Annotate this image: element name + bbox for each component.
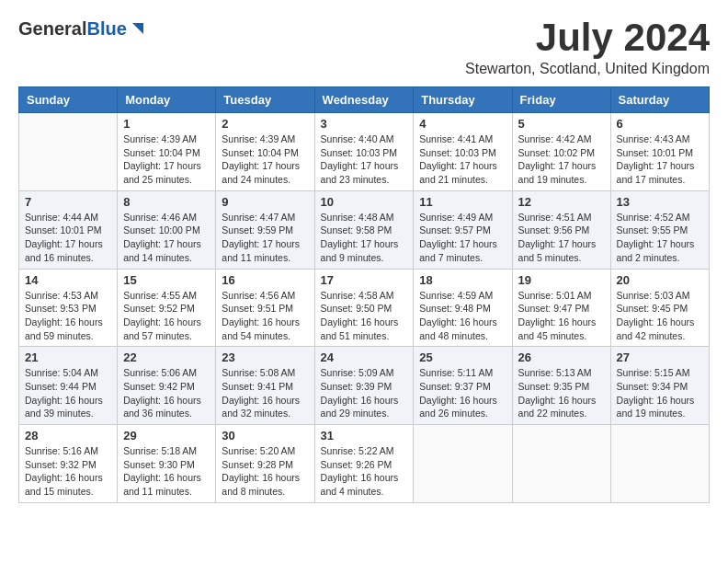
day-number: 6: [617, 117, 703, 131]
location-text: Stewarton, Scotland, United Kingdom: [465, 61, 710, 77]
calendar-cell: 19Sunrise: 5:01 AMSunset: 9:47 PMDayligh…: [512, 269, 610, 347]
logo: General Blue: [18, 18, 143, 40]
calendar-cell: 1Sunrise: 4:39 AMSunset: 10:04 PMDayligh…: [118, 113, 216, 191]
day-number: 30: [222, 429, 308, 442]
day-info: Sunrise: 5:01 AMSunset: 9:47 PMDaylight:…: [518, 289, 605, 343]
day-info: Sunrise: 5:11 AMSunset: 9:37 PMDaylight:…: [419, 366, 506, 420]
calendar-cell: 26Sunrise: 5:13 AMSunset: 9:35 PMDayligh…: [512, 347, 610, 425]
weekday-header: Saturday: [610, 87, 709, 113]
day-info: Sunrise: 5:16 AMSunset: 9:32 PMDaylight:…: [25, 444, 111, 499]
day-info: Sunrise: 4:40 AMSunset: 10:03 PMDaylight…: [321, 132, 408, 187]
calendar-cell: 9Sunrise: 4:47 AMSunset: 9:59 PMDaylight…: [216, 190, 314, 269]
calendar-cell: 18Sunrise: 4:59 AMSunset: 9:48 PMDayligh…: [414, 269, 512, 347]
day-info: Sunrise: 4:49 AMSunset: 9:57 PMDaylight:…: [419, 211, 506, 265]
calendar-cell: 13Sunrise: 4:52 AMSunset: 9:55 PMDayligh…: [610, 190, 709, 269]
day-info: Sunrise: 5:03 AMSunset: 9:45 PMDaylight:…: [617, 289, 703, 343]
day-info: Sunrise: 4:41 AMSunset: 10:03 PMDaylight…: [419, 132, 506, 187]
month-title: July 2024: [465, 18, 710, 57]
calendar-cell: 16Sunrise: 4:56 AMSunset: 9:51 PMDayligh…: [216, 269, 314, 347]
day-info: Sunrise: 5:09 AMSunset: 9:39 PMDaylight:…: [321, 366, 408, 420]
day-info: Sunrise: 4:48 AMSunset: 9:58 PMDaylight:…: [321, 211, 408, 265]
day-number: 10: [321, 195, 408, 209]
logo-icon: [127, 21, 143, 38]
day-number: 4: [419, 117, 506, 131]
day-info: Sunrise: 5:20 AMSunset: 9:28 PMDaylight:…: [222, 444, 308, 499]
day-info: Sunrise: 4:53 AMSunset: 9:53 PMDaylight:…: [25, 289, 111, 343]
calendar-cell: [610, 425, 709, 503]
day-number: 19: [518, 273, 605, 287]
calendar-cell: [512, 425, 610, 503]
calendar-cell: 12Sunrise: 4:51 AMSunset: 9:56 PMDayligh…: [512, 190, 610, 269]
calendar-cell: 28Sunrise: 5:16 AMSunset: 9:32 PMDayligh…: [19, 425, 118, 503]
day-number: 28: [25, 429, 111, 442]
calendar-cell: 31Sunrise: 5:22 AMSunset: 9:26 PMDayligh…: [314, 425, 414, 503]
day-number: 23: [222, 350, 308, 364]
calendar-cell: 23Sunrise: 5:08 AMSunset: 9:41 PMDayligh…: [216, 347, 314, 425]
calendar-cell: [19, 113, 118, 191]
day-info: Sunrise: 4:42 AMSunset: 10:02 PMDaylight…: [518, 132, 605, 187]
calendar-cell: 2Sunrise: 4:39 AMSunset: 10:04 PMDayligh…: [216, 113, 314, 191]
day-number: 8: [123, 195, 210, 209]
calendar-table: SundayMondayTuesdayWednesdayThursdayFrid…: [18, 86, 710, 503]
calendar-cell: 8Sunrise: 4:46 AMSunset: 10:00 PMDayligh…: [118, 190, 216, 269]
day-number: 24: [321, 350, 408, 364]
calendar-week-row: 28Sunrise: 5:16 AMSunset: 9:32 PMDayligh…: [19, 425, 710, 503]
day-number: 3: [321, 117, 408, 131]
day-info: Sunrise: 4:44 AMSunset: 10:01 PMDaylight…: [25, 211, 111, 265]
calendar-header-row: SundayMondayTuesdayWednesdayThursdayFrid…: [19, 87, 710, 113]
calendar-week-row: 21Sunrise: 5:04 AMSunset: 9:44 PMDayligh…: [19, 347, 710, 425]
day-info: Sunrise: 5:18 AMSunset: 9:30 PMDaylight:…: [123, 444, 210, 499]
day-info: Sunrise: 4:46 AMSunset: 10:00 PMDaylight…: [123, 211, 210, 265]
calendar-cell: 7Sunrise: 4:44 AMSunset: 10:01 PMDayligh…: [19, 190, 118, 269]
day-info: Sunrise: 4:52 AMSunset: 9:55 PMDaylight:…: [617, 211, 703, 265]
calendar-cell: 15Sunrise: 4:55 AMSunset: 9:52 PMDayligh…: [118, 269, 216, 347]
day-info: Sunrise: 5:22 AMSunset: 9:26 PMDaylight:…: [321, 444, 408, 499]
day-number: 9: [222, 195, 308, 209]
title-section: July 2024 Stewarton, Scotland, United Ki…: [465, 18, 710, 77]
calendar-cell: 29Sunrise: 5:18 AMSunset: 9:30 PMDayligh…: [118, 425, 216, 503]
day-info: Sunrise: 5:13 AMSunset: 9:35 PMDaylight:…: [518, 366, 605, 420]
weekday-header: Friday: [512, 87, 610, 113]
calendar-week-row: 14Sunrise: 4:53 AMSunset: 9:53 PMDayligh…: [19, 269, 710, 347]
weekday-header: Wednesday: [314, 87, 414, 113]
day-info: Sunrise: 5:08 AMSunset: 9:41 PMDaylight:…: [222, 366, 308, 420]
day-number: 25: [419, 350, 506, 364]
weekday-header: Tuesday: [216, 87, 314, 113]
day-number: 12: [518, 195, 605, 209]
day-number: 5: [518, 117, 605, 131]
calendar-week-row: 1Sunrise: 4:39 AMSunset: 10:04 PMDayligh…: [19, 113, 710, 191]
day-number: 2: [222, 117, 308, 131]
calendar-cell: 25Sunrise: 5:11 AMSunset: 9:37 PMDayligh…: [414, 347, 512, 425]
day-number: 26: [518, 350, 605, 364]
day-number: 11: [419, 195, 506, 209]
day-number: 17: [321, 273, 408, 287]
day-number: 31: [321, 429, 408, 442]
day-number: 27: [617, 350, 703, 364]
calendar-cell: 20Sunrise: 5:03 AMSunset: 9:45 PMDayligh…: [610, 269, 709, 347]
day-number: 1: [123, 117, 210, 131]
day-info: Sunrise: 4:55 AMSunset: 9:52 PMDaylight:…: [123, 289, 210, 343]
calendar-cell: 22Sunrise: 5:06 AMSunset: 9:42 PMDayligh…: [118, 347, 216, 425]
svg-marker-0: [132, 23, 143, 34]
calendar-cell: 5Sunrise: 4:42 AMSunset: 10:02 PMDayligh…: [512, 113, 610, 191]
calendar-cell: 3Sunrise: 4:40 AMSunset: 10:03 PMDayligh…: [314, 113, 414, 191]
day-info: Sunrise: 4:59 AMSunset: 9:48 PMDaylight:…: [419, 289, 506, 343]
day-number: 14: [25, 273, 111, 287]
day-info: Sunrise: 4:56 AMSunset: 9:51 PMDaylight:…: [222, 289, 308, 343]
calendar-cell: 4Sunrise: 4:41 AMSunset: 10:03 PMDayligh…: [414, 113, 512, 191]
day-info: Sunrise: 4:58 AMSunset: 9:50 PMDaylight:…: [321, 289, 408, 343]
day-number: 18: [419, 273, 506, 287]
day-info: Sunrise: 4:39 AMSunset: 10:04 PMDaylight…: [123, 132, 210, 187]
day-number: 13: [617, 195, 703, 209]
day-info: Sunrise: 5:15 AMSunset: 9:34 PMDaylight:…: [617, 366, 703, 420]
day-info: Sunrise: 4:43 AMSunset: 10:01 PMDaylight…: [617, 132, 703, 187]
day-number: 21: [25, 350, 111, 364]
day-info: Sunrise: 4:39 AMSunset: 10:04 PMDaylight…: [222, 132, 308, 187]
day-info: Sunrise: 5:06 AMSunset: 9:42 PMDaylight:…: [123, 366, 210, 420]
calendar-cell: 30Sunrise: 5:20 AMSunset: 9:28 PMDayligh…: [216, 425, 314, 503]
calendar-cell: 10Sunrise: 4:48 AMSunset: 9:58 PMDayligh…: [314, 190, 414, 269]
day-info: Sunrise: 5:04 AMSunset: 9:44 PMDaylight:…: [25, 366, 111, 420]
weekday-header: Sunday: [19, 87, 118, 113]
calendar-cell: 11Sunrise: 4:49 AMSunset: 9:57 PMDayligh…: [414, 190, 512, 269]
day-number: 20: [617, 273, 703, 287]
